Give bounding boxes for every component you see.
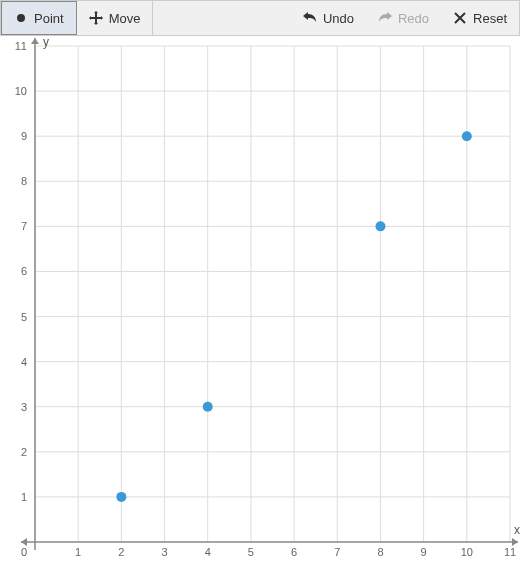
y-tick-label: 4 xyxy=(21,356,27,368)
origin-label: 0 xyxy=(21,546,27,558)
move-label: Move xyxy=(109,11,141,26)
move-button[interactable]: Move xyxy=(77,1,154,35)
y-tick-label: 2 xyxy=(21,446,27,458)
y-tick-label: 5 xyxy=(21,311,27,323)
x-tick-label: 3 xyxy=(161,546,167,558)
x-tick-label: 8 xyxy=(377,546,383,558)
point-button[interactable]: Point xyxy=(1,1,77,35)
undo-icon xyxy=(303,11,317,25)
scatter-chart: 123456789101112345678910110xy xyxy=(0,36,520,562)
x-tick-label: 10 xyxy=(461,546,473,558)
data-point[interactable] xyxy=(462,131,472,141)
x-tick-label: 7 xyxy=(334,546,340,558)
data-point[interactable] xyxy=(116,492,126,502)
y-tick-label: 9 xyxy=(21,130,27,142)
data-point[interactable] xyxy=(375,221,385,231)
redo-label: Redo xyxy=(398,11,429,26)
svg-marker-26 xyxy=(21,538,27,546)
x-tick-label: 11 xyxy=(504,546,516,558)
svg-point-0 xyxy=(17,14,25,22)
close-icon xyxy=(453,11,467,25)
redo-icon xyxy=(378,11,392,25)
y-tick-label: 7 xyxy=(21,220,27,232)
x-tick-label: 2 xyxy=(118,546,124,558)
reset-button[interactable]: Reset xyxy=(441,1,519,35)
data-point[interactable] xyxy=(203,402,213,412)
y-tick-label: 10 xyxy=(15,85,27,97)
point-icon xyxy=(14,11,28,25)
svg-marker-28 xyxy=(31,38,39,44)
x-tick-label: 5 xyxy=(248,546,254,558)
undo-button[interactable]: Undo xyxy=(291,1,366,35)
y-axis-label: y xyxy=(43,36,49,49)
x-axis-label: x xyxy=(514,523,520,537)
toolbar-spacer xyxy=(153,1,290,35)
reset-label: Reset xyxy=(473,11,507,26)
move-icon xyxy=(89,11,103,25)
svg-marker-25 xyxy=(512,538,518,546)
y-tick-label: 6 xyxy=(21,265,27,277)
x-tick-label: 9 xyxy=(421,546,427,558)
x-tick-label: 1 xyxy=(75,546,81,558)
y-tick-label: 8 xyxy=(21,175,27,187)
chart-area[interactable]: 123456789101112345678910110xy xyxy=(0,36,520,562)
y-tick-label: 11 xyxy=(15,40,27,52)
x-tick-label: 6 xyxy=(291,546,297,558)
redo-button[interactable]: Redo xyxy=(366,1,441,35)
point-label: Point xyxy=(34,11,64,26)
y-tick-label: 3 xyxy=(21,401,27,413)
x-tick-label: 4 xyxy=(205,546,211,558)
toolbar: Point Move Undo Redo Reset xyxy=(0,0,520,36)
undo-label: Undo xyxy=(323,11,354,26)
y-tick-label: 1 xyxy=(21,491,27,503)
